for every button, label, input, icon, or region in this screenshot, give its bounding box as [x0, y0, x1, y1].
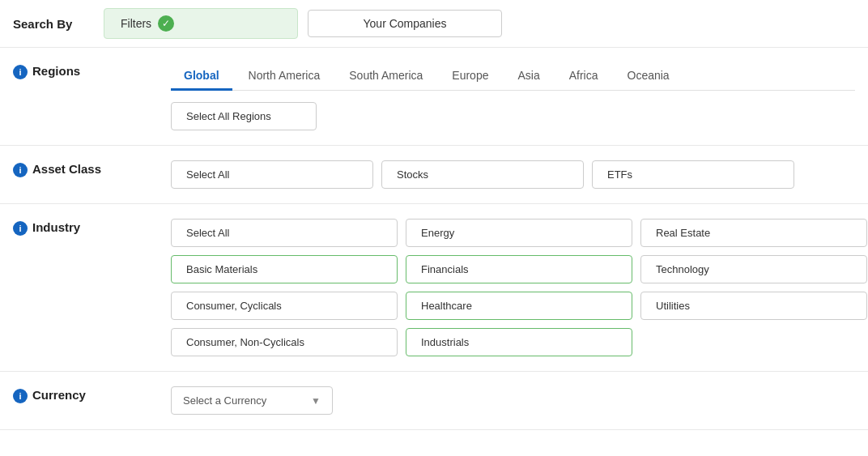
- asset-class-info-icon[interactable]: i: [13, 163, 28, 177]
- regions-filter-buttons: Select All Regions: [171, 102, 855, 130]
- your-companies-button[interactable]: Your Companies: [308, 10, 502, 37]
- search-by-row: Search By Filters ✓ Your Companies: [0, 0, 868, 48]
- industry-label: Industry: [32, 220, 80, 234]
- currency-label: Currency: [32, 388, 86, 402]
- industry-select-all-button[interactable]: Select All: [171, 219, 398, 247]
- tab-north-america[interactable]: North America: [236, 62, 334, 91]
- industry-consumer-cyclicals-button[interactable]: Consumer, Cyclicals: [171, 292, 398, 320]
- industry-financials-button[interactable]: Financials: [406, 255, 632, 283]
- industry-industrials-button[interactable]: Industrials: [406, 328, 632, 356]
- tab-asia[interactable]: Asia: [504, 62, 552, 91]
- asset-class-grid: Select All Stocks ETFs: [171, 160, 855, 189]
- industry-energy-button[interactable]: Energy: [406, 219, 632, 247]
- asset-class-label: Asset Class: [32, 162, 101, 176]
- currency-section: i Currency Select a Currency ▼: [0, 372, 868, 430]
- regions-label: Regions: [32, 64, 80, 78]
- tab-europe[interactable]: Europe: [439, 62, 501, 91]
- regions-tabs: Global North America South America Europ…: [171, 62, 855, 91]
- asset-class-label-col: i Asset Class: [13, 160, 171, 177]
- industry-basic-materials-button[interactable]: Basic Materials: [171, 255, 398, 283]
- asset-class-content: Select All Stocks ETFs: [171, 160, 855, 189]
- search-by-label: Search By: [13, 17, 94, 31]
- currency-arrow-icon: ▼: [311, 395, 321, 407]
- industry-section: i Industry Select All Energy Real Estate…: [0, 204, 868, 372]
- industry-label-col: i Industry: [13, 219, 171, 236]
- page-container: Search By Filters ✓ Your Companies i Reg…: [0, 0, 868, 430]
- industry-real-estate-button[interactable]: Real Estate: [640, 219, 867, 247]
- asset-etfs-button[interactable]: ETFs: [592, 160, 794, 189]
- regions-info-icon[interactable]: i: [13, 65, 28, 79]
- industry-grid: Select All Energy Real Estate Basic Mate…: [171, 219, 867, 356]
- tab-oceania[interactable]: Oceania: [615, 62, 683, 91]
- asset-stocks-button[interactable]: Stocks: [381, 160, 584, 189]
- asset-select-all-button[interactable]: Select All: [171, 160, 373, 189]
- currency-content: Select a Currency ▼: [171, 386, 855, 415]
- asset-class-section: i Asset Class Select All Stocks ETFs: [0, 146, 868, 204]
- select-all-regions-button[interactable]: Select All Regions: [171, 102, 317, 130]
- industry-technology-button[interactable]: Technology: [640, 255, 867, 283]
- industry-healthcare-button[interactable]: Healthcare: [406, 292, 632, 320]
- industry-info-icon[interactable]: i: [13, 221, 28, 236]
- currency-select[interactable]: Select a Currency ▼: [171, 386, 333, 415]
- tab-south-america[interactable]: South America: [336, 62, 436, 91]
- industry-consumer-non-cyclicals-button[interactable]: Consumer, Non-Cyclicals: [171, 328, 398, 356]
- filters-button[interactable]: Filters ✓: [104, 8, 298, 39]
- currency-info-icon[interactable]: i: [13, 389, 28, 403]
- filters-label: Filters: [121, 17, 151, 30]
- regions-content: Global North America South America Europ…: [171, 62, 855, 130]
- check-icon: ✓: [158, 15, 174, 32]
- currency-select-placeholder: Select a Currency: [183, 394, 266, 407]
- industry-content: Select All Energy Real Estate Basic Mate…: [171, 219, 867, 356]
- regions-section: i Regions Global North America South Ame…: [0, 48, 868, 146]
- tab-global[interactable]: Global: [171, 62, 232, 91]
- tab-africa[interactable]: Africa: [556, 62, 611, 91]
- currency-label-col: i Currency: [13, 386, 171, 403]
- industry-utilities-button[interactable]: Utilities: [640, 292, 867, 320]
- regions-label-col: i Regions: [13, 62, 171, 79]
